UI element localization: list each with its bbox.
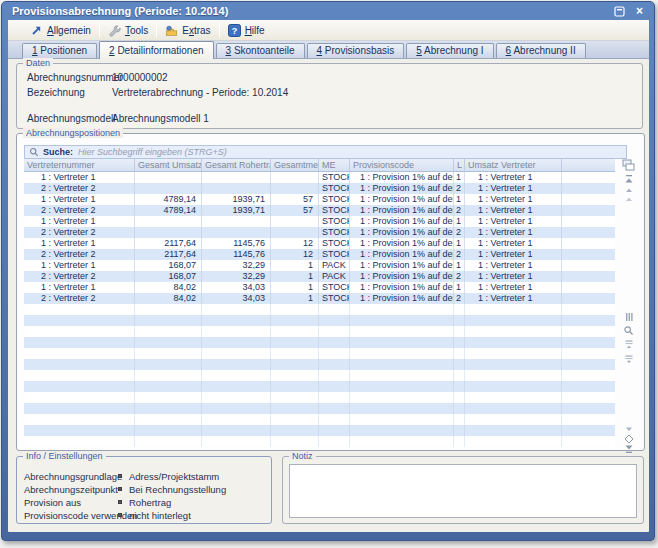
table-cell: STOCK xyxy=(319,293,350,304)
table-cell: 1 xyxy=(271,271,319,282)
table-cell xyxy=(202,172,271,183)
table-cell xyxy=(135,216,202,227)
menu-hilfe[interactable]: ? Hilfe xyxy=(220,20,273,41)
table-cell xyxy=(562,183,615,194)
column-chooser-button[interactable] xyxy=(622,159,635,172)
tab-abrechnung-2[interactable]: 6 Abrechnung II xyxy=(496,43,586,58)
table-cell: 1 : Provision 1% auf den v xyxy=(350,238,454,249)
table-cell: 1 : Vertreter 1 xyxy=(24,260,135,271)
table-cell: 1 : Provision 1% auf den v xyxy=(350,249,454,260)
arrow-up-right-icon xyxy=(30,24,43,37)
table-cell: 32,29 xyxy=(202,260,271,271)
table-cell: 12 xyxy=(271,249,319,260)
table-cell: 1 : Provision 1% auf den v xyxy=(350,227,454,238)
table-cell: 57 xyxy=(271,194,319,205)
notiz-textarea[interactable] xyxy=(289,464,637,518)
table-cell: STOCK xyxy=(319,172,350,183)
tab-strip: 1 Positionen 2 Detailinformationen 3 Sko… xyxy=(8,41,649,59)
menu-allgemein[interactable]: Allgemein xyxy=(22,20,99,41)
table-row[interactable]: 1 : Vertreter 1STOCK1 : Provision 1% auf… xyxy=(24,216,615,227)
tab-skontoanteile[interactable]: 3 Skontoanteile xyxy=(216,43,305,58)
bullet-icon xyxy=(118,513,122,517)
table-row[interactable]: 1 : Vertreter 184,0234,031STOCK1 : Provi… xyxy=(24,282,615,293)
table-cell: 1 xyxy=(454,238,465,249)
page-up-button[interactable] xyxy=(622,337,635,350)
close-button[interactable]: × xyxy=(633,5,646,18)
table-cell: 1 xyxy=(454,194,465,205)
column-header[interactable]: Umsatz Vertreter xyxy=(465,159,562,172)
table-cell: 1 xyxy=(454,216,465,227)
table-filler-row xyxy=(24,403,615,414)
page-up-icon xyxy=(624,339,634,349)
menu-tools[interactable]: Tools xyxy=(100,20,156,41)
column-header[interactable]: L xyxy=(454,159,465,172)
scroll-up-button-2[interactable] xyxy=(622,192,635,205)
table-cell xyxy=(562,282,615,293)
notiz-group: Notiz xyxy=(282,456,644,524)
column-header[interactable]: Provisionscode xyxy=(350,159,454,172)
table-filler-row xyxy=(24,315,615,326)
svg-text:?: ? xyxy=(231,25,237,35)
table-filler-row xyxy=(24,425,615,436)
search-icon xyxy=(29,147,39,157)
column-header[interactable]: Vertreternummer xyxy=(24,159,135,172)
tab-detailinformationen[interactable]: 2 Detailinformationen xyxy=(99,41,214,59)
menu-label: Allgemein xyxy=(47,25,91,36)
tab-positionen[interactable]: 1 Positionen xyxy=(22,43,97,58)
table-cell: 2 : Vertreter 2 xyxy=(24,249,135,260)
table-cell: 1 : Vertreter 1 xyxy=(24,282,135,293)
table-row[interactable]: 1 : Vertreter 12117,641145,7612STOCK1 : … xyxy=(24,238,615,249)
table-cell: 57 xyxy=(271,205,319,216)
window-title: Provisionsabrechnung (Periode: 10.2014) xyxy=(12,5,228,17)
table-cell: 1 : Provision 1% auf den v xyxy=(350,205,454,216)
table-row[interactable]: 2 : Vertreter 284,0234,031STOCK1 : Provi… xyxy=(24,293,615,304)
table-cell: 1 : Vertreter 1 xyxy=(24,216,135,227)
table-cell xyxy=(271,216,319,227)
column-header[interactable]: Gesamt Umsatz EUR xyxy=(135,159,202,172)
table-cell: STOCK xyxy=(319,238,350,249)
tab-abrechnung-1[interactable]: 5 Abrechnung I xyxy=(406,43,493,58)
find-rows-button[interactable] xyxy=(622,324,635,337)
bullet-icon xyxy=(118,474,122,478)
page-down-button[interactable] xyxy=(622,352,635,365)
table-row[interactable]: 2 : Vertreter 2STOCK1 : Provision 1% auf… xyxy=(24,183,615,194)
table-cell xyxy=(562,260,615,271)
table-row[interactable]: 1 : Vertreter 1STOCK1 : Provision 1% auf… xyxy=(24,172,615,183)
table-cell: 1 : Vertreter 1 xyxy=(465,260,562,271)
search-input[interactable] xyxy=(78,146,622,158)
table-row[interactable]: 2 : Vertreter 2168,0732,291PACK1 : Provi… xyxy=(24,271,615,282)
title-bar[interactable]: Provisionsabrechnung (Periode: 10.2014) … xyxy=(2,2,654,20)
field-label: Abrechnungszeitpunkt xyxy=(24,484,118,495)
table-cell: 1 : Provision 1% auf den v xyxy=(350,260,454,271)
table-row[interactable]: 2 : Vertreter 22117,641145,7612STOCK1 : … xyxy=(24,249,615,260)
table-row[interactable]: 2 : Vertreter 24789,141939,7157STOCK1 : … xyxy=(24,205,615,216)
table-cell: 1 : Vertreter 1 xyxy=(24,194,135,205)
tab-provisionsbasis[interactable]: 4 Provisionsbasis xyxy=(307,43,405,58)
table-cell xyxy=(562,293,615,304)
menu-bar: Allgemein Tools Extras ? Hi xyxy=(8,20,649,41)
maximize-button[interactable] xyxy=(613,5,626,18)
table-cell: STOCK xyxy=(319,183,350,194)
table-cell xyxy=(562,194,615,205)
table-cell: 84,02 xyxy=(135,282,202,293)
table-row[interactable]: 1 : Vertreter 14789,141939,7157STOCK1 : … xyxy=(24,194,615,205)
table-row[interactable]: 1 : Vertreter 1168,0732,291PACK1 : Provi… xyxy=(24,260,615,271)
menu-extras[interactable]: Extras xyxy=(157,20,218,41)
table-cell: 4789,14 xyxy=(135,205,202,216)
customize-button[interactable] xyxy=(622,310,635,323)
table-cell: 1 : Vertreter 1 xyxy=(465,172,562,183)
table-row[interactable]: 2 : Vertreter 2STOCK1 : Provision 1% auf… xyxy=(24,227,615,238)
table-cell: 34,03 xyxy=(202,282,271,293)
table-cell: 1 : Vertreter 1 xyxy=(465,194,562,205)
magnifier-icon xyxy=(623,325,634,336)
table-cell: 1 : Vertreter 1 xyxy=(465,282,562,293)
bullet-icon xyxy=(118,500,122,504)
table-cell: STOCK xyxy=(319,282,350,293)
scroll-to-bottom-button[interactable] xyxy=(622,442,635,455)
menu-label: Hilfe xyxy=(245,25,265,36)
bars-icon xyxy=(624,312,634,322)
table-cell: 1 xyxy=(271,282,319,293)
column-header[interactable]: Gesamtmenge xyxy=(271,159,319,172)
column-header[interactable]: Gesamt Rohertrag EUR xyxy=(202,159,271,172)
column-header[interactable]: ME xyxy=(319,159,350,172)
